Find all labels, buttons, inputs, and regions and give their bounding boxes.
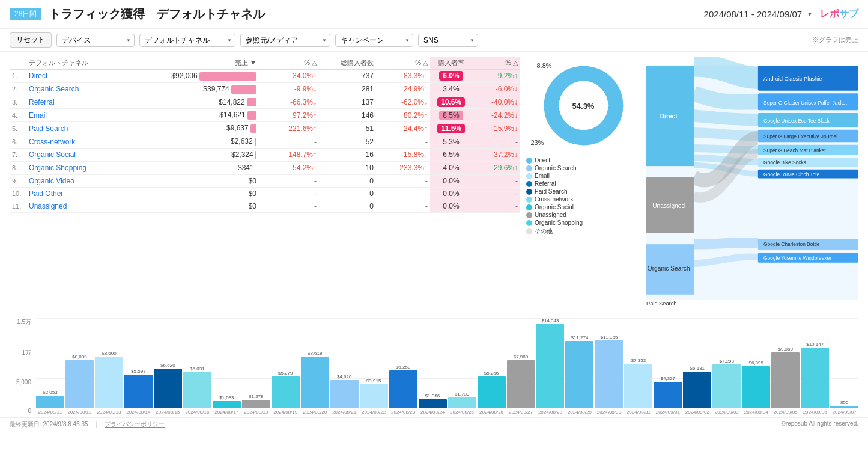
- bar-segment: [742, 366, 770, 408]
- x-axis-label: 2024/08/21: [330, 409, 359, 415]
- row-sales-pct: 148.7%↑: [259, 148, 319, 161]
- bar-value-label: $14,043: [541, 318, 559, 323]
- bar-value-label: $11,355: [600, 334, 618, 340]
- bar-value-label: $5,279: [278, 370, 293, 376]
- row-num: 3.: [10, 96, 26, 109]
- channel-select[interactable]: デフォルトチャネル: [139, 34, 235, 47]
- bar-group: $9,360: [771, 319, 800, 408]
- row-channel[interactable]: Paid Other: [26, 187, 123, 200]
- bar-segment: [771, 352, 800, 408]
- row-conv-pct: -15.9%↓: [472, 122, 520, 135]
- y-label-10: 1万: [22, 349, 31, 357]
- donut-container: 54.3% 23% 8.8%: [537, 59, 630, 152]
- x-axis-label: 2024/08/12: [65, 409, 94, 415]
- legend-item-other: その他: [526, 227, 640, 236]
- row-conv: 8.5%: [430, 109, 472, 122]
- row-buyers-pct: -: [376, 187, 430, 200]
- row-channel[interactable]: Cross-network: [26, 135, 123, 149]
- bar-group: $8,618: [301, 319, 329, 408]
- bar-segment: [830, 406, 858, 408]
- x-axis-label: 2024/08/27: [507, 409, 535, 415]
- legend-item-unassigned: Unassigned: [526, 212, 640, 218]
- page-title: トラフィック獲得 デフォルトチャネル: [49, 6, 703, 22]
- row-conv: 6.5%: [430, 148, 472, 161]
- device-select[interactable]: デバイス: [56, 34, 135, 47]
- bar-group: $5,266: [478, 319, 506, 408]
- bar-value-label: $3,915: [366, 378, 381, 384]
- referral-select[interactable]: 参照元/メディア: [240, 34, 330, 47]
- separator: ｜: [93, 421, 99, 428]
- legend-item-organic-social: Organic Social: [526, 204, 640, 210]
- row-buyers-pct: -15.8%↓: [376, 148, 430, 161]
- row-num: 8.: [10, 161, 26, 174]
- bar-value-label: $8,009: [72, 354, 86, 360]
- bar-segment: [301, 357, 329, 408]
- bars-container: $2,053$8,009$8,600$5,597$6,620$6,031$1,0…: [36, 318, 858, 408]
- bar-group: $6,999: [742, 319, 770, 408]
- footer-right: ©reposub All rights reserved.: [781, 420, 858, 429]
- campaign-select[interactable]: キャンペーン: [335, 34, 413, 47]
- bar-segment: [389, 370, 417, 408]
- bar-segment: [360, 384, 388, 408]
- bars-area: $2,053$8,009$8,600$5,597$6,620$6,031$1,0…: [36, 318, 858, 415]
- row-channel[interactable]: Email: [26, 109, 123, 122]
- row-buyers: 51: [319, 122, 376, 135]
- privacy-link[interactable]: プライバシーポリシー: [105, 421, 165, 428]
- bar-value-label: $5,266: [484, 370, 499, 376]
- reset-button[interactable]: リセット: [10, 32, 52, 48]
- table-row: 10. Paid Other $0 - 0 - 0.0% -: [10, 187, 520, 200]
- row-channel[interactable]: Paid Search: [26, 122, 123, 135]
- svg-text:Google RuMe Cinch Tote: Google RuMe Cinch Tote: [763, 171, 820, 177]
- x-axis-label: 2024/08/25: [448, 409, 476, 415]
- bar-value-label: $7,353: [631, 358, 646, 363]
- bar-value-label: $10,147: [806, 342, 824, 347]
- svg-text:Google Bike Socks: Google Bike Socks: [763, 159, 806, 165]
- filters-bar: リセット デバイス ▼ デフォルトチャネル ▼ 参照元/メディア ▼ キャンペー…: [0, 29, 868, 52]
- row-conv-pct: -24.2%↓: [472, 109, 520, 122]
- row-conv: 6.0%: [430, 70, 472, 83]
- row-channel[interactable]: Unassigned: [26, 200, 123, 212]
- row-channel[interactable]: Organic Search: [26, 82, 123, 96]
- bar-value-label: $6,620: [160, 363, 175, 368]
- table-row: 6. Cross-network $2,632 - 52 - 5.3% -: [10, 135, 520, 149]
- col-sales-pct: % △: [259, 57, 319, 70]
- bar-segment: [154, 369, 182, 408]
- row-channel[interactable]: Organic Shopping: [26, 161, 123, 174]
- col-sales[interactable]: 売上 ▼: [123, 57, 259, 70]
- row-conv-pct: 9.2%↑: [472, 70, 520, 83]
- row-num: 4.: [10, 109, 26, 122]
- row-sales: $2,324: [123, 148, 259, 161]
- y-label-15: 1.5万: [17, 318, 31, 326]
- data-table: デフォルトチャネル 売上 ▼ % △ 総購入者数 % △ 購入者率 % △ 1.…: [10, 57, 520, 213]
- legend-item-cross-network: Cross-network: [526, 196, 640, 203]
- row-conv-pct: -: [472, 135, 520, 149]
- row-sales-pct: -: [259, 200, 319, 212]
- table-row: 5. Paid Search $9,637 221.6%↑ 51 24.4%↑ …: [10, 122, 520, 135]
- row-buyers: 52: [319, 135, 376, 149]
- sns-select[interactable]: SNS: [418, 34, 478, 47]
- svg-text:Paid Search: Paid Search: [646, 301, 676, 307]
- bar-segment: [419, 399, 447, 408]
- bar-group: $6,620: [154, 319, 182, 408]
- bar-segment: [272, 376, 300, 408]
- bar-group: $11,274: [565, 319, 593, 408]
- bar-value-label: $1,386: [425, 393, 440, 399]
- row-sales-pct: -: [259, 135, 319, 149]
- row-channel[interactable]: Direct: [26, 70, 123, 83]
- svg-text:Google Charleston Bottle: Google Charleston Bottle: [763, 241, 820, 247]
- table-row: 4. Email $14,621 97.2%↑ 146 80.2%↑ 8.5% …: [10, 109, 520, 122]
- row-channel[interactable]: Organic Social: [26, 148, 123, 161]
- bar-segment: [65, 360, 94, 408]
- bar-group: $11,355: [595, 319, 623, 408]
- row-conv: 0.0%: [430, 174, 472, 187]
- svg-text:Super G Glacier Unisex Puffer : Super G Glacier Unisex Puffer Jacket: [763, 100, 847, 106]
- x-axis-label: 2024/08/15: [154, 409, 182, 415]
- table-row: 7. Organic Social $2,324 148.7%↑ 16 -15.…: [10, 148, 520, 161]
- table-row: 9. Organic Video $0 - 0 - 0.0% -: [10, 174, 520, 187]
- dropdown-arrow-date[interactable]: ▼: [807, 11, 813, 17]
- bar-value-label: $6,031: [190, 366, 204, 372]
- row-channel[interactable]: Organic Video: [26, 174, 123, 187]
- row-channel[interactable]: Referral: [26, 96, 123, 109]
- bar-value-label: $9,360: [778, 346, 792, 352]
- row-num: 7.: [10, 148, 26, 161]
